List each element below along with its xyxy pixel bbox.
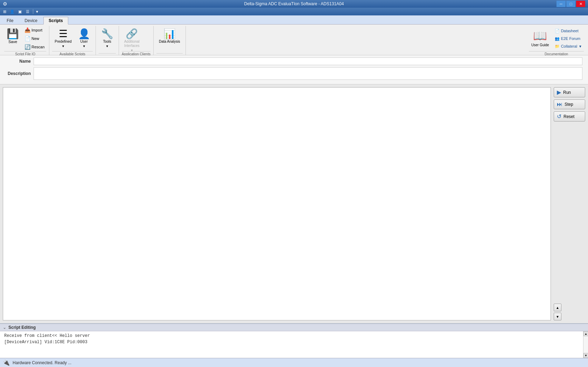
scroll-up-button[interactable]: ▲ (554, 304, 561, 311)
scroll-down-button[interactable]: ▼ (554, 313, 561, 320)
new-icon: 📄 (24, 36, 30, 41)
script-editing-header[interactable]: ⌄ Script Editing (0, 324, 588, 331)
ribbon-group-tools: 🔧 Tools ▼ (96, 26, 119, 55)
import-icon: 📥 (24, 27, 30, 33)
import-button[interactable]: 📥 Import (23, 26, 46, 34)
collapse-icon: ⌄ (3, 325, 6, 330)
user-icon: 👤 (78, 29, 90, 39)
status-bar: 🔌 Hardware Connected. Ready ... (0, 358, 588, 367)
script-editor-area: ▶ Run ⏭ Step ↺ Reset ▲ ▼ (0, 84, 588, 323)
ribbon-tabs: File Device Scripts (0, 15, 588, 25)
script-left-panel (3, 87, 551, 320)
tab-device[interactable]: Device (19, 16, 43, 24)
data-analysis-button[interactable]: 📊 Data Analysis (156, 27, 183, 50)
e2e-icon: 👥 (555, 36, 560, 41)
main-content: Name Description ▶ Run ⏭ Step ↺ (0, 55, 588, 367)
script-editing-title: Script Editing (8, 325, 36, 330)
user-guide-icon: 📖 (533, 29, 547, 42)
tools-icon: 🔧 (101, 29, 113, 39)
ribbon-spacer (186, 26, 526, 55)
user-button[interactable]: 👤 User ▼ (76, 27, 93, 50)
console-wrapper: Receive from client<< Hello server [Devi… (0, 331, 588, 358)
app-icon: ⚙ (3, 1, 7, 7)
tools-dropdown-arrow: ▼ (106, 44, 109, 48)
description-row: Description (6, 67, 582, 80)
scroll-buttons: ▲ ▼ (554, 304, 585, 320)
datasheet-icon: 📄 (555, 29, 560, 33)
script-editing-panel: ⌄ Script Editing Receive from client<< H… (0, 323, 588, 358)
new-label: New (31, 36, 39, 41)
datasheet-link[interactable]: 📄 Datasheet (553, 28, 584, 34)
data-analysis-group-label (156, 53, 183, 55)
predefined-icon: ☰ (59, 29, 68, 39)
form-area: Name Description (0, 55, 588, 84)
user-label: User (80, 40, 88, 44)
console-line-3: [DeviceArrival] Vid:1C8E Pid:0003 (4, 340, 579, 345)
predefined-button[interactable]: ☰ Predefined ▼ (52, 27, 74, 50)
qa-separator (33, 9, 33, 14)
ribbon-group-script-file-io: 💾 Save 📥 Import 📄 New 🔄 Rescan Script (1, 26, 49, 55)
reset-label: Reset (564, 114, 574, 119)
save-button[interactable]: 💾 Save (4, 27, 21, 50)
additional-icon: 🔗 (126, 29, 138, 39)
e2e-label: E2E Forum (561, 36, 581, 41)
minimize-button[interactable]: ─ (556, 1, 566, 7)
close-button[interactable]: ✕ (576, 1, 585, 7)
run-button[interactable]: ▶ Run (554, 87, 585, 97)
qa-dropdown[interactable]: ▼ (35, 10, 39, 14)
tools-button[interactable]: 🔧 Tools ▼ (99, 27, 116, 50)
tab-scripts[interactable]: Scripts (43, 17, 68, 25)
qa-icon-4[interactable]: ☰ (24, 8, 31, 15)
reset-icon: ↺ (557, 113, 561, 120)
datasheet-label: Datasheet (561, 29, 579, 33)
name-input[interactable] (34, 57, 582, 65)
step-label: Step (565, 102, 573, 107)
rescan-label: Rescan (31, 45, 44, 49)
save-label: Save (8, 40, 17, 44)
quick-access-toolbar: ⊞ 👤 ▣ ☰ ▼ (0, 8, 588, 15)
script-editor[interactable] (3, 87, 551, 320)
e2e-forum-link[interactable]: 👥 E2E Forum (553, 35, 584, 42)
import-label: Import (31, 28, 42, 32)
reset-button[interactable]: ↺ Reset (554, 111, 585, 122)
run-icon: ▶ (557, 89, 561, 96)
run-label: Run (563, 90, 571, 95)
console-scrollbar: ▲ ▼ (583, 331, 588, 358)
step-button[interactable]: ⏭ Step (554, 99, 585, 109)
rescan-icon: 🔄 (24, 44, 30, 50)
new-button[interactable]: 📄 New (23, 35, 46, 42)
maximize-button[interactable]: □ (566, 1, 575, 7)
qa-icon-2[interactable]: 👤 (9, 8, 15, 15)
save-icon: 💾 (7, 29, 19, 39)
script-io-stack: 📥 Import 📄 New 🔄 Rescan (23, 27, 46, 50)
qa-icon-1[interactable]: ⊞ (1, 8, 8, 15)
description-label: Description (6, 71, 34, 76)
user-guide-button[interactable]: 📖 User Guide (529, 27, 552, 50)
doc-links: 📄 Datasheet 👥 E2E Forum 📁 Collateral ▼ (553, 27, 584, 50)
user-dropdown-arrow: ▼ (83, 44, 86, 48)
ribbon-group-available-scripts: ☰ Predefined ▼ 👤 User ▼ Available Script… (49, 26, 96, 55)
predefined-dropdown-arrow: ▼ (62, 44, 65, 48)
tools-label: Tools (103, 40, 111, 44)
console-output: Receive from client<< Hello server [Devi… (0, 331, 583, 358)
tab-file[interactable]: File (1, 16, 19, 24)
name-label: Name (6, 59, 34, 64)
collateral-label: Collateral (561, 44, 577, 48)
name-row: Name (6, 57, 582, 65)
step-icon: ⏭ (557, 101, 562, 108)
qa-icon-3[interactable]: ▣ (17, 8, 23, 15)
user-guide-label: User Guide (531, 43, 549, 47)
ribbon-group-app-clients: 🔗 AdditionalInterfaces ▼ Application Cli… (119, 26, 154, 55)
ribbon-group-documentation: 📖 User Guide 📄 Datasheet 👥 E2E Forum 📁 C… (526, 26, 587, 55)
ribbon: 💾 Save 📥 Import 📄 New 🔄 Rescan Script (0, 25, 588, 55)
collateral-link[interactable]: 📁 Collateral ▼ (553, 43, 584, 50)
script-right-panel: ▶ Run ⏭ Step ↺ Reset ▲ ▼ (554, 87, 585, 320)
additional-label: AdditionalInterfaces (124, 40, 140, 48)
rescan-button[interactable]: 🔄 Rescan (23, 43, 46, 51)
console-line-1: Receive from client<< Hello server (4, 333, 579, 338)
console-scroll-down[interactable]: ▼ (583, 353, 588, 358)
console-scroll-up[interactable]: ▲ (583, 331, 588, 336)
status-icon: 🔌 (3, 359, 10, 366)
data-analysis-icon: 📊 (163, 29, 176, 39)
description-input[interactable] (34, 67, 582, 80)
